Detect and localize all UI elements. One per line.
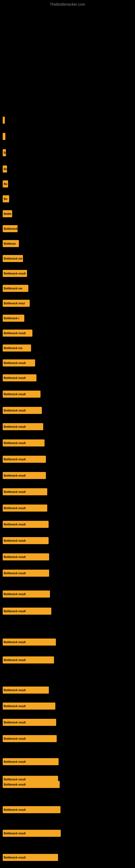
bar-label-40: Bottleneck result: [4, 783, 26, 786]
bottleneck-bar-35: Bottleneck result: [3, 703, 55, 710]
bottleneck-bar-40: Bottleneck result: [3, 781, 60, 788]
bar-label-8: Bottlenec: [4, 242, 16, 245]
bottleneck-bar-13: Bottleneck r: [3, 315, 24, 322]
bar-label-43: Bottleneck result: [4, 856, 26, 859]
bar-label-25: Bottleneck result: [4, 507, 26, 510]
bottleneck-bar-25: Bottleneck result: [3, 504, 47, 512]
bar-label-13: Bottleneck r: [4, 317, 19, 320]
bottleneck-bar-21: Bottleneck result: [3, 439, 45, 446]
bar-label-11: Bottleneck res: [4, 287, 22, 290]
bar-label-9: Bottleneck res: [4, 257, 22, 260]
bottleneck-bar-10: Bottleneck result: [3, 270, 27, 277]
bar-label-7: Bottleneck r: [4, 227, 17, 230]
bar-label-3: Bo: [4, 167, 7, 170]
bottleneck-bar-38: Bottleneck result: [3, 758, 58, 765]
bar-label-22: Bottleneck result: [4, 458, 26, 461]
bottleneck-bar-5: Bo: [3, 195, 9, 203]
bar-label-12: Bottleneck resul: [4, 302, 25, 305]
bottleneck-bar-3: Bo: [3, 165, 7, 173]
bottleneck-bar-36: Bottleneck result: [3, 719, 56, 726]
site-title: TheBottlenecker.com: [50, 2, 85, 6]
bar-label-15: Bottleneck res: [4, 347, 22, 350]
bar-label-24: Bottleneck result: [4, 490, 26, 493]
bar-label-32: Bottleneck result: [4, 641, 26, 644]
bar-label-41: Bottleneck result: [4, 808, 26, 811]
bar-label-35: Bottleneck result: [4, 705, 26, 708]
bottleneck-bar-22: Bottleneck result: [3, 456, 46, 463]
bottleneck-bar-31: Bottleneck result: [3, 608, 51, 615]
bottleneck-bar-30: Bottleneck result: [3, 590, 50, 597]
bottleneck-bar-19: Bottleneck result: [3, 407, 42, 414]
bottleneck-bar-6: Bottle: [3, 210, 12, 217]
bar-label-39: Bottleneck result: [4, 778, 26, 781]
bottleneck-bar-17: Bottleneck result: [3, 374, 37, 381]
bottleneck-bar-1: [3, 133, 5, 140]
bar-label-30: Bottleneck result: [4, 593, 26, 596]
bottleneck-bar-7: Bottleneck r: [3, 225, 17, 232]
bar-label-23: Bottleneck result: [4, 474, 26, 477]
bottleneck-bar-43: Bottleneck result: [3, 854, 58, 861]
bottleneck-bar-11: Bottleneck res: [3, 285, 28, 292]
bar-label-5: Bo: [4, 197, 7, 200]
bar-label-42: Bottleneck result: [4, 832, 26, 835]
bottleneck-bar-2: B: [3, 149, 6, 156]
bottleneck-bar-18: Bottleneck result: [3, 391, 41, 398]
bar-label-27: Bottleneck result: [4, 539, 26, 542]
bar-label-26: Bottleneck result: [4, 523, 26, 526]
bottleneck-bar-28: Bottleneck result: [3, 553, 49, 560]
bar-label-19: Bottleneck result: [4, 409, 26, 412]
bar-label-29: Bottleneck result: [4, 572, 26, 575]
bar-label-33: Bottleneck result: [4, 659, 26, 661]
bar-label-4: Bo: [4, 183, 7, 186]
bottleneck-bar-12: Bottleneck resul: [3, 300, 30, 307]
bar-label-16: Bottleneck result: [4, 362, 26, 365]
bottleneck-bar-4: Bo: [3, 180, 8, 187]
bar-label-14: Bottleneck result: [4, 332, 26, 335]
bottleneck-bar-24: Bottleneck result: [3, 488, 47, 495]
bottleneck-bar-42: Bottleneck result: [3, 830, 61, 837]
bar-label-17: Bottleneck result: [4, 376, 26, 379]
bottleneck-bar-37: Bottleneck result: [3, 735, 57, 742]
bottleneck-bar-29: Bottleneck result: [3, 569, 49, 577]
bar-label-38: Bottleneck result: [4, 760, 26, 763]
bottleneck-bar-27: Bottleneck result: [3, 537, 49, 544]
bottleneck-bar-14: Bottleneck result: [3, 330, 32, 337]
bottleneck-bar-8: Bottlenec: [3, 240, 19, 247]
bar-label-21: Bottleneck result: [4, 442, 26, 444]
bar-label-31: Bottleneck result: [4, 610, 26, 613]
bottleneck-bar-15: Bottleneck res: [3, 344, 31, 351]
bar-label-28: Bottleneck result: [4, 556, 26, 558]
bar-label-36: Bottleneck result: [4, 721, 26, 724]
bar-label-2: B: [4, 151, 6, 154]
bottleneck-bar-9: Bottleneck res: [3, 255, 23, 262]
bottleneck-bar-20: Bottleneck result: [3, 423, 43, 430]
bottleneck-bar-41: Bottleneck result: [3, 806, 60, 813]
bottleneck-bar-34: Bottleneck result: [3, 686, 49, 693]
bar-label-18: Bottleneck result: [4, 393, 26, 396]
bottleneck-bar-0: [3, 117, 5, 124]
bar-label-20: Bottleneck result: [4, 425, 26, 428]
bar-label-6: Bottle: [4, 212, 11, 215]
bottleneck-bar-32: Bottleneck result: [3, 639, 56, 646]
bottleneck-bar-33: Bottleneck result: [3, 656, 54, 663]
bar-label-10: Bottleneck result: [4, 272, 26, 275]
bottleneck-bar-16: Bottleneck result: [3, 360, 35, 367]
bar-label-37: Bottleneck result: [4, 737, 26, 740]
bottleneck-bar-23: Bottleneck result: [3, 472, 46, 479]
bottleneck-bar-26: Bottleneck result: [3, 521, 49, 528]
bar-label-34: Bottleneck result: [4, 689, 26, 692]
